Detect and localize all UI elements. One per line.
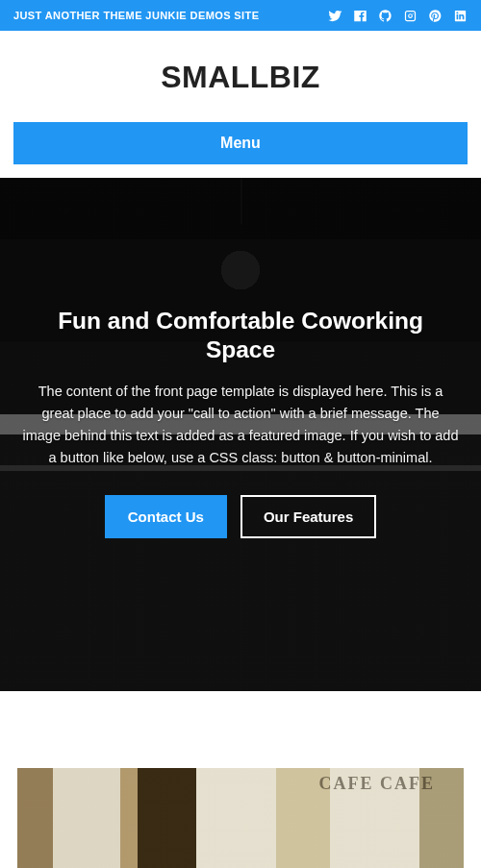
social-icons: [328, 9, 468, 23]
section-gap: [0, 691, 481, 768]
site-header: SMALLBIZ: [0, 31, 481, 122]
hero-content: Fun and Comfortable Coworking Space The …: [0, 178, 481, 691]
topbar-tagline: JUST ANOTHER THEME JUNKIE DEMOS SITE: [13, 10, 259, 21]
pinterest-icon[interactable]: [428, 9, 443, 23]
hero-buttons: Contact Us Our Features: [105, 495, 377, 538]
menu-button[interactable]: Menu: [13, 122, 468, 164]
instagram-icon[interactable]: [403, 9, 418, 23]
twitter-icon[interactable]: [328, 9, 342, 23]
menu-wrap: Menu: [0, 122, 481, 178]
github-icon[interactable]: [378, 9, 392, 23]
facebook-icon[interactable]: [353, 9, 367, 23]
hero-section: Fun and Comfortable Coworking Space The …: [0, 178, 481, 691]
our-features-button[interactable]: Our Features: [240, 495, 376, 538]
site-title[interactable]: SMALLBIZ: [0, 60, 481, 95]
cafe-image: [17, 768, 464, 868]
secondary-image-section: [0, 768, 481, 868]
linkedin-icon[interactable]: [453, 9, 468, 23]
hero-title: Fun and Comfortable Coworking Space: [21, 307, 460, 365]
contact-us-button[interactable]: Contact Us: [105, 495, 227, 538]
top-bar: JUST ANOTHER THEME JUNKIE DEMOS SITE: [0, 0, 481, 31]
hero-description: The content of the front page template i…: [21, 381, 460, 470]
